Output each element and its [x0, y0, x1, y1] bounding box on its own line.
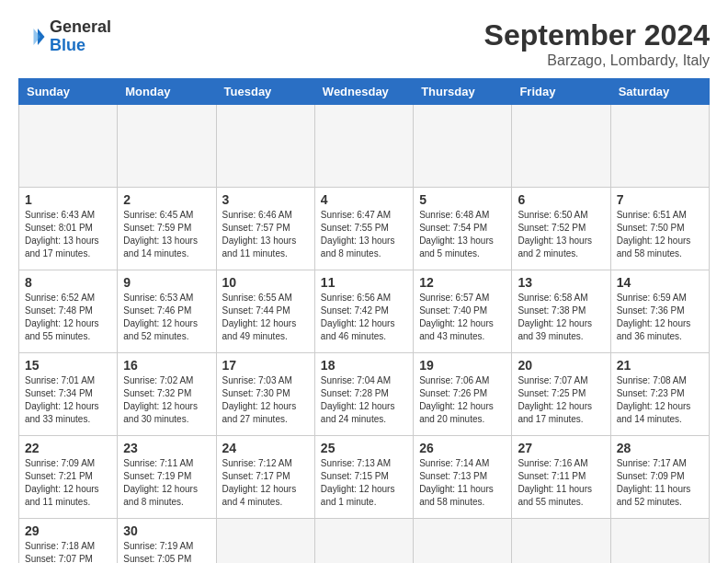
location: Barzago, Lombardy, Italy [484, 52, 710, 69]
day-number: 25 [321, 441, 407, 455]
calendar-cell [512, 519, 610, 564]
cell-content: Sunrise: 7:13 AM Sunset: 7:15 PM Dayligh… [321, 457, 407, 509]
calendar-cell [314, 105, 413, 188]
cell-content: Sunrise: 6:47 AM Sunset: 7:55 PM Dayligh… [321, 209, 407, 260]
cell-content: Sunrise: 7:04 AM Sunset: 7:28 PM Dayligh… [321, 374, 407, 426]
day-number: 10 [222, 275, 309, 290]
cell-content: Sunrise: 6:55 AM Sunset: 7:44 PM Dayligh… [222, 292, 309, 343]
calendar-cell: 20Sunrise: 7:07 AM Sunset: 7:25 PM Dayli… [512, 353, 610, 436]
day-number: 21 [617, 358, 703, 373]
calendar-cell [414, 519, 512, 564]
day-number: 7 [617, 192, 703, 207]
day-number: 27 [518, 441, 604, 455]
calendar-cell [216, 105, 314, 188]
day-number: 2 [123, 192, 210, 207]
calendar-week-row: 1Sunrise: 6:43 AM Sunset: 8:01 PM Daylig… [19, 188, 710, 270]
calendar-cell: 30Sunrise: 7:19 AM Sunset: 7:05 PM Dayli… [118, 519, 216, 564]
calendar-cell: 16Sunrise: 7:02 AM Sunset: 7:32 PM Dayli… [118, 353, 216, 436]
cell-content: Sunrise: 6:48 AM Sunset: 7:54 PM Dayligh… [419, 209, 506, 260]
calendar-cell: 1Sunrise: 6:43 AM Sunset: 8:01 PM Daylig… [19, 188, 118, 270]
calendar-cell: 9Sunrise: 6:53 AM Sunset: 7:46 PM Daylig… [118, 270, 216, 353]
day-number: 16 [123, 358, 210, 373]
month-year: September 2024 [484, 18, 710, 52]
title-block: September 2024 Barzago, Lombardy, Italy [484, 18, 710, 69]
calendar-cell: 18Sunrise: 7:04 AM Sunset: 7:28 PM Dayli… [314, 353, 413, 436]
column-header-tuesday: Tuesday [216, 79, 314, 105]
calendar-cell: 4Sunrise: 6:47 AM Sunset: 7:55 PM Daylig… [314, 188, 413, 270]
cell-content: Sunrise: 6:52 AM Sunset: 7:48 PM Dayligh… [25, 292, 111, 343]
cell-content: Sunrise: 6:53 AM Sunset: 7:46 PM Dayligh… [123, 292, 210, 343]
calendar-header-row: SundayMondayTuesdayWednesdayThursdayFrid… [19, 79, 710, 105]
cell-content: Sunrise: 7:17 AM Sunset: 7:09 PM Dayligh… [617, 457, 703, 509]
calendar-week-row: 22Sunrise: 7:09 AM Sunset: 7:21 PM Dayli… [19, 436, 710, 519]
calendar-cell [610, 105, 709, 188]
day-number: 20 [518, 358, 604, 373]
cell-content: Sunrise: 7:11 AM Sunset: 7:19 PM Dayligh… [123, 457, 210, 509]
calendar-cell: 14Sunrise: 6:59 AM Sunset: 7:36 PM Dayli… [610, 270, 709, 353]
calendar-week-row: 15Sunrise: 7:01 AM Sunset: 7:34 PM Dayli… [19, 353, 710, 436]
calendar-cell: 5Sunrise: 6:48 AM Sunset: 7:54 PM Daylig… [414, 188, 512, 270]
day-number: 15 [25, 358, 111, 373]
calendar-cell: 2Sunrise: 6:45 AM Sunset: 7:59 PM Daylig… [118, 188, 216, 270]
cell-content: Sunrise: 7:01 AM Sunset: 7:34 PM Dayligh… [25, 374, 111, 426]
calendar-cell [314, 519, 413, 564]
cell-content: Sunrise: 6:46 AM Sunset: 7:57 PM Dayligh… [222, 209, 309, 260]
calendar-cell: 10Sunrise: 6:55 AM Sunset: 7:44 PM Dayli… [216, 270, 314, 353]
calendar-cell: 7Sunrise: 6:51 AM Sunset: 7:50 PM Daylig… [610, 188, 709, 270]
cell-content: Sunrise: 7:06 AM Sunset: 7:26 PM Dayligh… [419, 374, 506, 426]
cell-content: Sunrise: 6:59 AM Sunset: 7:36 PM Dayligh… [617, 292, 703, 343]
cell-content: Sunrise: 7:19 AM Sunset: 7:05 PM Dayligh… [123, 540, 210, 563]
calendar-cell [610, 519, 709, 564]
day-number: 8 [25, 275, 111, 290]
calendar-table: SundayMondayTuesdayWednesdayThursdayFrid… [18, 78, 710, 563]
cell-content: Sunrise: 6:57 AM Sunset: 7:40 PM Dayligh… [419, 292, 506, 343]
calendar-week-row: 8Sunrise: 6:52 AM Sunset: 7:48 PM Daylig… [19, 270, 710, 353]
calendar-week-row [19, 105, 710, 188]
calendar-cell: 24Sunrise: 7:12 AM Sunset: 7:17 PM Dayli… [216, 436, 314, 519]
day-number: 5 [419, 192, 506, 207]
day-number: 19 [419, 358, 506, 373]
day-number: 1 [25, 192, 111, 207]
day-number: 14 [617, 275, 703, 290]
day-number: 18 [321, 358, 407, 373]
day-number: 23 [123, 441, 210, 455]
day-number: 26 [419, 441, 506, 455]
calendar-cell: 22Sunrise: 7:09 AM Sunset: 7:21 PM Dayli… [19, 436, 118, 519]
day-number: 13 [518, 275, 604, 290]
calendar-cell: 13Sunrise: 6:58 AM Sunset: 7:38 PM Dayli… [512, 270, 610, 353]
calendar-cell: 21Sunrise: 7:08 AM Sunset: 7:23 PM Dayli… [610, 353, 709, 436]
calendar-cell: 23Sunrise: 7:11 AM Sunset: 7:19 PM Dayli… [118, 436, 216, 519]
column-header-thursday: Thursday [414, 79, 512, 105]
calendar-body: 1Sunrise: 6:43 AM Sunset: 8:01 PM Daylig… [19, 105, 710, 564]
calendar-cell: 11Sunrise: 6:56 AM Sunset: 7:42 PM Dayli… [314, 270, 413, 353]
calendar-cell: 6Sunrise: 6:50 AM Sunset: 7:52 PM Daylig… [512, 188, 610, 270]
day-number: 22 [25, 441, 111, 455]
calendar-cell: 3Sunrise: 6:46 AM Sunset: 7:57 PM Daylig… [216, 188, 314, 270]
day-number: 4 [321, 192, 407, 207]
calendar-cell: 28Sunrise: 7:17 AM Sunset: 7:09 PM Dayli… [610, 436, 709, 519]
calendar-cell: 8Sunrise: 6:52 AM Sunset: 7:48 PM Daylig… [19, 270, 118, 353]
cell-content: Sunrise: 6:58 AM Sunset: 7:38 PM Dayligh… [518, 292, 604, 343]
calendar-cell: 12Sunrise: 6:57 AM Sunset: 7:40 PM Dayli… [414, 270, 512, 353]
header: General Blue September 2024 Barzago, Lom… [18, 18, 710, 69]
calendar-week-row: 29Sunrise: 7:18 AM Sunset: 7:07 PM Dayli… [19, 519, 710, 564]
cell-content: Sunrise: 7:16 AM Sunset: 7:11 PM Dayligh… [518, 457, 604, 509]
cell-content: Sunrise: 6:50 AM Sunset: 7:52 PM Dayligh… [518, 209, 604, 260]
day-number: 11 [321, 275, 407, 290]
day-number: 29 [25, 523, 111, 538]
cell-content: Sunrise: 7:18 AM Sunset: 7:07 PM Dayligh… [25, 540, 111, 563]
column-header-monday: Monday [118, 79, 216, 105]
column-header-wednesday: Wednesday [314, 79, 413, 105]
calendar-cell [512, 105, 610, 188]
calendar-cell: 19Sunrise: 7:06 AM Sunset: 7:26 PM Dayli… [414, 353, 512, 436]
cell-content: Sunrise: 6:45 AM Sunset: 7:59 PM Dayligh… [123, 209, 210, 260]
day-number: 30 [123, 523, 210, 538]
cell-content: Sunrise: 7:03 AM Sunset: 7:30 PM Dayligh… [222, 374, 309, 426]
calendar-cell: 27Sunrise: 7:16 AM Sunset: 7:11 PM Dayli… [512, 436, 610, 519]
day-number: 3 [222, 192, 309, 207]
calendar-cell: 25Sunrise: 7:13 AM Sunset: 7:15 PM Dayli… [314, 436, 413, 519]
cell-content: Sunrise: 6:56 AM Sunset: 7:42 PM Dayligh… [321, 292, 407, 343]
column-header-friday: Friday [512, 79, 610, 105]
column-header-saturday: Saturday [610, 79, 709, 105]
calendar-cell: 26Sunrise: 7:14 AM Sunset: 7:13 PM Dayli… [414, 436, 512, 519]
